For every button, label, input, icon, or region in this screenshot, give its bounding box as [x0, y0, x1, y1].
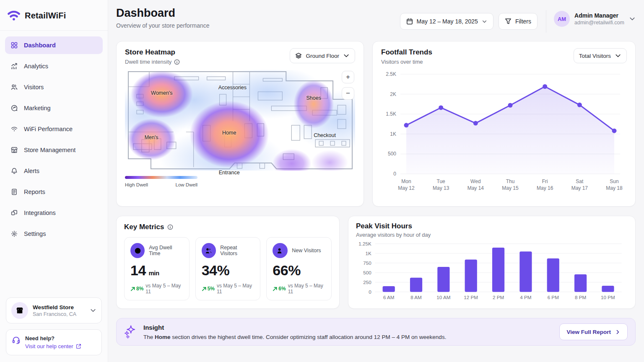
metric-tile-avg-dwell-time: Avg Dwell Time14 min8%vs May 5 – May 11 [124, 237, 190, 300]
metric-delta: 5%vs May 5 – May 11 [202, 283, 254, 295]
main-content: Dashboard Overview of your store perform… [108, 0, 644, 362]
sidebar-item-wifi-performance[interactable]: WiFi Performance [5, 120, 103, 138]
sidebar-item-label: Integrations [24, 209, 56, 216]
user-plus-icon [273, 243, 288, 258]
info-icon[interactable] [167, 224, 173, 230]
legend-high-label: High Dwell [125, 182, 148, 187]
svg-text:1K: 1K [365, 251, 371, 256]
store-selector[interactable]: Westfield Store San Francisco, CA [6, 297, 102, 323]
svg-text:10 PM: 10 PM [601, 295, 615, 300]
legend-gradient-bar [125, 176, 197, 179]
svg-text:Mon: Mon [401, 178, 411, 184]
users-icon [202, 243, 216, 258]
heatmap-zone-label: Shoes [306, 95, 321, 101]
wifi-icon [11, 126, 18, 132]
insight-text: The Home section drives the highest dwel… [143, 334, 446, 340]
chevron-down-icon [343, 52, 350, 59]
analytics-icon [11, 63, 18, 70]
zoom-in-button[interactable]: + [342, 71, 354, 83]
user-email: admin@retailwifi.com [574, 20, 624, 26]
date-range-picker[interactable]: May 12 – May 18, 2025 [400, 13, 493, 30]
filters-button[interactable]: Filters [499, 13, 538, 30]
svg-text:1K: 1K [390, 131, 396, 137]
peak-title: Peak Visit Hours [356, 222, 431, 230]
sidebar-item-label: Settings [24, 230, 46, 237]
sidebar-item-dashboard[interactable]: Dashboard [5, 36, 103, 54]
view-full-report-button[interactable]: View Full Report [559, 323, 628, 340]
store-icon [11, 147, 18, 153]
heatmap-zone-label: Entrance [219, 170, 240, 176]
wifi-logo-icon [8, 10, 20, 21]
sidebar-item-visitors[interactable]: Visitors [5, 78, 103, 96]
svg-text:6 PM: 6 PM [548, 295, 559, 300]
chevron-down-icon [615, 52, 621, 59]
zoom-out-button[interactable]: − [342, 87, 354, 100]
svg-text:6 AM: 6 AM [383, 295, 395, 300]
sidebar-item-label: Visitors [24, 84, 44, 90]
sidebar-item-label: Reports [24, 189, 45, 195]
help-card: Need help? Visit our help center [6, 329, 102, 355]
info-icon[interactable] [174, 59, 180, 65]
chevron-down-icon [629, 16, 636, 22]
sidebar: RetailWiFi DashboardAnalyticsVisitorsMar… [0, 0, 108, 362]
heatmap-zone-label: Checkout [314, 132, 336, 138]
svg-text:2 PM: 2 PM [493, 295, 504, 300]
file-icon [11, 189, 18, 195]
legend-low-label: Low Dwell [176, 182, 197, 187]
sidebar-item-store-management[interactable]: Store Management [5, 141, 103, 159]
clock-icon [130, 243, 145, 258]
app-logo: RetailWiFi [0, 0, 108, 31]
insight-title: Insight [143, 324, 446, 331]
help-center-link[interactable]: Visit our help center [25, 343, 81, 349]
heatmap-zone-label: Men's [145, 134, 158, 140]
heatmap-legend: High Dwell Low Dwell [125, 176, 197, 187]
sparkles-icon [124, 325, 137, 339]
gear-icon [11, 230, 18, 237]
heatmap-title: Store Heatmap [125, 48, 180, 57]
svg-text:May 16: May 16 [537, 185, 553, 191]
sidebar-item-marketing[interactable]: Marketing [5, 99, 103, 117]
svg-text:May 18: May 18 [606, 185, 623, 191]
svg-text:May 14: May 14 [467, 185, 484, 191]
floor-selector[interactable]: Ground Floor [290, 48, 355, 63]
integrations-icon [11, 209, 18, 216]
storefront-icon [11, 302, 28, 319]
sidebar-item-settings[interactable]: Settings [5, 225, 103, 243]
sidebar-item-alerts[interactable]: Alerts [5, 162, 103, 180]
user-name: Admin Manager [574, 12, 624, 19]
metric-tile-new-visitors: New Visitors66%6%vs May 5 – May 11 [266, 237, 332, 300]
svg-text:12 PM: 12 PM [464, 295, 478, 300]
svg-text:May 17: May 17 [571, 185, 588, 191]
metric-label: Repeat Visitors [220, 245, 254, 256]
sidebar-item-integrations[interactable]: Integrations [5, 204, 103, 222]
svg-text:1.5K: 1.5K [386, 111, 396, 117]
svg-text:1.25K: 1.25K [358, 241, 371, 246]
app-name: RetailWiFi [25, 11, 66, 21]
svg-text:4 PM: 4 PM [520, 295, 531, 300]
svg-text:500: 500 [363, 270, 371, 275]
metric-delta: 8%vs May 5 – May 11 [130, 283, 183, 295]
svg-text:May 15: May 15 [502, 185, 519, 191]
peak-visit-hours-card: Peak Visit Hours Average visitors by hou… [348, 216, 636, 309]
svg-text:Sat: Sat [576, 178, 584, 184]
svg-text:8 PM: 8 PM [575, 295, 586, 300]
marketing-icon [11, 105, 18, 111]
sidebar-item-reports[interactable]: Reports [5, 183, 103, 201]
sidebar-nav: DashboardAnalyticsVisitorsMarketingWiFi … [0, 31, 108, 243]
footfall-title: Footfall Trends [381, 48, 432, 57]
heatmap-subtitle: Dwell time intensity [125, 59, 171, 65]
sidebar-item-analytics[interactable]: Analytics [5, 57, 103, 75]
user-profile-menu[interactable]: AM Admin Manager admin@retailwifi.com [554, 11, 636, 27]
svg-text:250: 250 [363, 279, 371, 285]
heatmap-floorplan: Women'sAccessoriesShoesMen'sHomeCheckout… [125, 70, 355, 176]
filter-funnel-icon [505, 18, 512, 25]
store-location: San Francisco, CA [33, 311, 76, 317]
svg-text:Sun: Sun [610, 178, 618, 184]
heatmap-zone-label: Accessories [218, 85, 247, 90]
calendar-icon [406, 18, 413, 25]
metric-label: Avg Dwell Time [149, 245, 183, 256]
metric-delta: 6%vs May 5 – May 11 [273, 283, 325, 295]
metric-selector[interactable]: Total Visitors [574, 48, 627, 63]
peak-subtitle: Average visitors by hour of day [356, 232, 431, 238]
sidebar-item-label: WiFi Performance [24, 126, 73, 132]
